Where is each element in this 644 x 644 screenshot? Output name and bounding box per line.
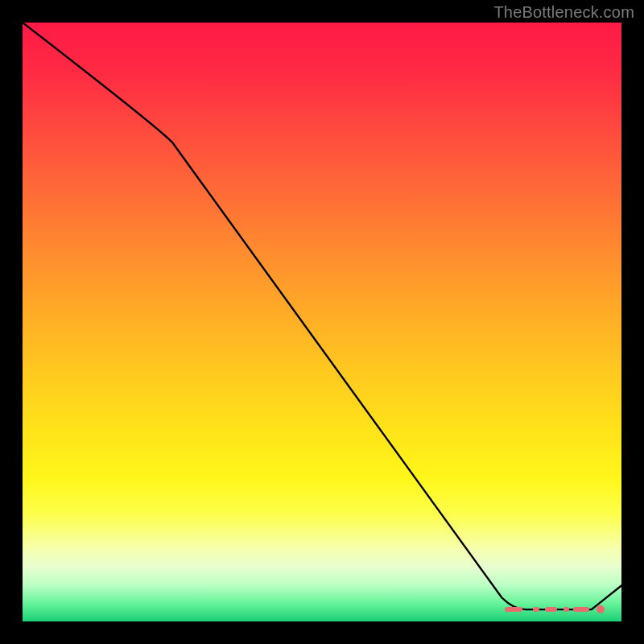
optimal-range-segment [564,607,569,612]
optimal-point-dot [597,605,605,613]
optimal-range-segment [545,607,558,612]
optimal-range-segment [533,607,539,612]
optimal-range-segment [573,607,588,612]
watermark-text: TheBottleneck.com [493,3,634,22]
optimal-range-segment [505,607,522,612]
chart-stage: TheBottleneck.com [0,0,644,644]
optimal-range-markers [23,23,621,621]
plot-area [23,23,621,621]
